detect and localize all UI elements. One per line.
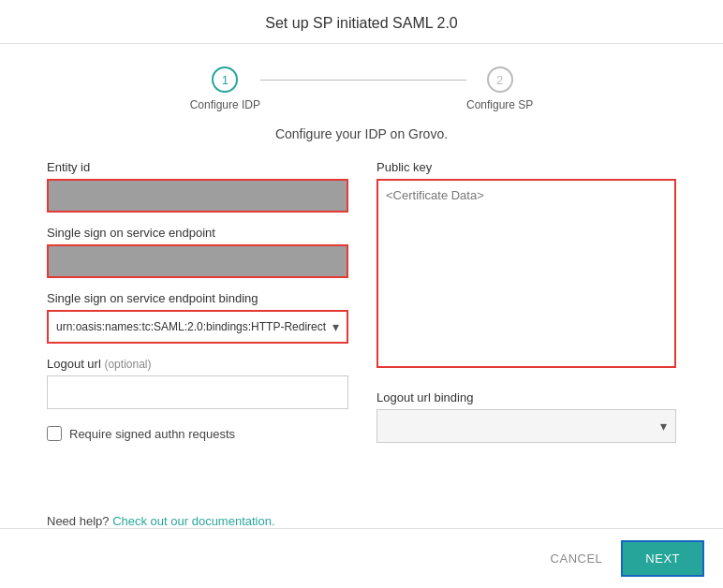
footer: CANCEL NEXT	[0, 528, 723, 588]
help-link[interactable]: Check out our documentation.	[112, 514, 274, 528]
sso-endpoint-label: Single sign on service endpoint	[47, 226, 348, 240]
sso-binding-select[interactable]: urn:oasis:names:tc:SAML:2.0:bindings:HTT…	[47, 310, 348, 344]
dialog-title: Set up SP initiated SAML 2.0	[0, 0, 723, 44]
entity-id-group: Entity id	[47, 160, 348, 213]
logout-url-binding-select-wrapper: POST Redirect	[376, 409, 676, 443]
logout-url-binding-group: Logout url binding POST Redirect	[376, 390, 676, 443]
cancel-button[interactable]: CANCEL	[532, 542, 622, 575]
sso-binding-group: Single sign on service endpoint binding …	[47, 291, 348, 344]
step-2: 2 Configure SP	[466, 66, 533, 111]
form-right: Public key Logout url binding POST Redir…	[376, 160, 676, 456]
logout-url-input[interactable]	[47, 375, 348, 409]
step-1: 1 Configure IDP	[190, 66, 260, 111]
step-connector	[260, 80, 466, 81]
signed-authn-row: Require signed authn requests	[47, 426, 348, 441]
logout-url-label: Logout url (optional)	[47, 357, 348, 371]
entity-id-input[interactable]	[47, 179, 348, 213]
form-area: Entity id Single sign on service endpoin…	[0, 160, 723, 507]
sso-binding-label: Single sign on service endpoint binding	[47, 291, 348, 305]
logout-url-group: Logout url (optional)	[47, 357, 348, 409]
signed-authn-checkbox[interactable]	[47, 426, 62, 441]
next-button[interactable]: NEXT	[621, 540, 704, 577]
sso-endpoint-group: Single sign on service endpoint	[47, 226, 348, 278]
step-1-label: Configure IDP	[190, 98, 260, 111]
public-key-textarea[interactable]	[376, 179, 676, 368]
help-text-area: Need help? Check out our documentation.	[0, 514, 723, 528]
form-columns: Entity id Single sign on service endpoin…	[47, 160, 676, 456]
step-2-circle: 2	[487, 66, 513, 93]
form-left: Entity id Single sign on service endpoin…	[47, 160, 348, 456]
help-text: Need help?	[47, 514, 110, 528]
form-subtitle: Configure your IDP on Grovo.	[0, 126, 723, 141]
logout-url-binding-select[interactable]: POST Redirect	[376, 409, 676, 443]
public-key-label: Public key	[376, 160, 676, 174]
title-text: Set up SP initiated SAML 2.0	[265, 15, 457, 31]
stepper: 1 Configure IDP 2 Configure SP	[0, 44, 723, 126]
step-1-circle: 1	[212, 66, 238, 93]
public-key-group: Public key	[376, 160, 676, 368]
sso-binding-select-wrapper: urn:oasis:names:tc:SAML:2.0:bindings:HTT…	[47, 310, 348, 344]
signed-authn-label: Require signed authn requests	[69, 427, 235, 441]
step-2-label: Configure SP	[466, 98, 533, 111]
logout-url-binding-label: Logout url binding	[376, 390, 676, 404]
entity-id-label: Entity id	[47, 160, 348, 174]
sso-endpoint-input[interactable]	[47, 244, 348, 278]
